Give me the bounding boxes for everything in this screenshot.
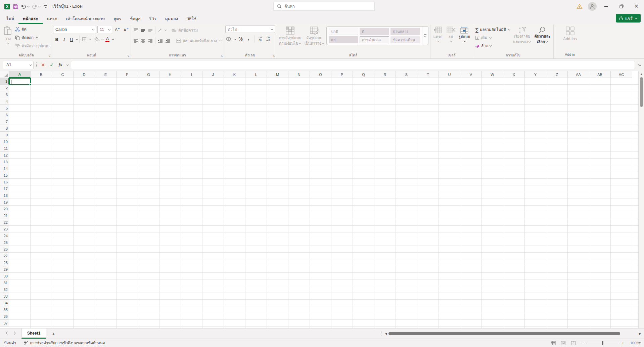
column-header[interactable]: V	[460, 71, 482, 78]
cancel-button[interactable]: ✕	[40, 61, 46, 69]
column-header[interactable]: M	[267, 71, 288, 78]
row-header[interactable]: 19	[0, 199, 9, 206]
ribbon-tab[interactable]: ไฟล์	[2, 13, 18, 24]
sort-filter-button[interactable]: AZ เรียงลำดับ และกรอง	[511, 25, 533, 45]
align-center-icon[interactable]	[139, 37, 147, 45]
row-header[interactable]: 33	[0, 293, 9, 300]
column-header[interactable]: AB	[589, 71, 611, 78]
horizontal-scroll-track[interactable]	[388, 332, 638, 336]
wrap-text-button[interactable]: ab ตัดข้อความ	[170, 26, 199, 34]
column-header[interactable]: C	[52, 71, 74, 78]
fill-button[interactable]: เติม	[474, 34, 511, 42]
copy-button[interactable]: คัดลอก	[14, 33, 51, 42]
enter-button[interactable]: ✓	[48, 61, 55, 69]
ribbon-tab[interactable]: หน้าแรก	[18, 13, 43, 24]
next-sheet-button[interactable]	[13, 331, 16, 336]
align-top-icon[interactable]	[132, 26, 139, 34]
merge-center-button[interactable]: ผสานและจัดกึ่งกลาง	[175, 36, 223, 45]
name-box[interactable]: A1	[3, 61, 34, 69]
increase-indent-icon[interactable]	[164, 37, 171, 45]
italic-button[interactable]: I	[60, 35, 68, 43]
borders-chevron[interactable]	[89, 38, 91, 40]
bold-button[interactable]: B	[53, 35, 60, 43]
formula-bar-splitter[interactable]	[36, 62, 38, 67]
row-header[interactable]: 3	[0, 91, 9, 98]
close-button[interactable]: ✕	[629, 0, 644, 13]
decrease-indent-icon[interactable]	[156, 37, 164, 45]
orientation-button[interactable]	[156, 26, 164, 34]
scroll-up-arrow[interactable]: ▲	[640, 72, 643, 76]
row-header[interactable]: 17	[0, 185, 9, 192]
tabbar-splitter[interactable]	[381, 331, 381, 336]
row-header[interactable]: 20	[0, 206, 9, 212]
scroll-left-arrow[interactable]: ◀	[385, 332, 387, 335]
clear-button[interactable]: ล้าง	[474, 42, 511, 50]
row-header[interactable]: 35	[0, 306, 9, 313]
row-header[interactable]: 30	[0, 273, 9, 279]
redo-chevron[interactable]	[38, 5, 41, 7]
status-mode[interactable]: ป้อนค่า	[4, 340, 24, 346]
increase-font-size-button[interactable]: A	[113, 26, 121, 34]
row-header[interactable]: 1	[0, 78, 9, 85]
row-header[interactable]: 4	[0, 98, 9, 105]
row-header[interactable]: 5	[0, 105, 9, 112]
fill-color-chevron[interactable]	[101, 38, 104, 40]
format-as-table-button[interactable]: จัดรูปแบบ เป็นตาราง	[303, 25, 326, 46]
expand-formula-bar-chevron[interactable]	[638, 63, 641, 66]
restore-button[interactable]	[614, 0, 629, 13]
cell-style-chip[interactable]: แย่	[329, 36, 358, 43]
column-header[interactable]: H	[159, 71, 181, 78]
row-header[interactable]: 13	[0, 159, 9, 165]
accounting-format-icon[interactable]	[225, 35, 233, 43]
column-header[interactable]: W	[482, 71, 503, 78]
row-header[interactable]: 11	[0, 145, 9, 152]
row-header[interactable]: 9	[0, 132, 9, 138]
row-header[interactable]: 31	[0, 279, 9, 286]
row-header[interactable]: 15	[0, 172, 9, 179]
row-header[interactable]: 7	[0, 118, 9, 125]
cell-style-chip[interactable]: ปานกลาง	[390, 28, 420, 35]
page-break-view-button[interactable]	[571, 341, 576, 345]
format-painter-button[interactable]: ตัวคัดวางรูปแบบ	[14, 42, 51, 50]
ribbon-tab[interactable]: แทรก	[43, 13, 62, 24]
comma-style-button[interactable]: ,	[245, 35, 252, 43]
accessibility-status[interactable]: การช่วยสำหรับการเข้าถึง: ตรงตามข้อกำหนด	[24, 340, 105, 346]
select-all-corner[interactable]	[0, 71, 9, 78]
cell-style-chip[interactable]: ข้อความเตือน	[390, 36, 420, 43]
column-header[interactable]: B	[31, 71, 52, 78]
find-select-button[interactable]: ค้นหาและ เลือก	[533, 25, 552, 45]
account-avatar[interactable]	[586, 0, 599, 13]
underline-button[interactable]: U	[68, 35, 75, 43]
formula-input-box[interactable]	[71, 61, 635, 69]
row-header[interactable]: 21	[0, 212, 9, 219]
row-header[interactable]: 23	[0, 226, 9, 232]
customize-qat-icon[interactable]	[44, 5, 47, 7]
column-header[interactable]: D	[74, 71, 95, 78]
row-header[interactable]: 24	[0, 232, 9, 239]
ribbon-tab[interactable]: รีวิว	[145, 13, 161, 24]
column-header[interactable]: AC	[611, 71, 632, 78]
zoom-in-button[interactable]: +	[622, 341, 624, 346]
row-header[interactable]: 28	[0, 259, 9, 266]
ribbon-tab[interactable]: เค้าโครงหน้ากระดาษ	[62, 13, 109, 24]
font-color-button[interactable]: A	[104, 35, 111, 43]
autosum-button[interactable]: ∑ ผลรวมอัตโนมัติ	[474, 26, 511, 34]
row-header[interactable]: 8	[0, 125, 9, 132]
row-header[interactable]: 36	[0, 313, 9, 320]
align-bottom-icon[interactable]	[147, 26, 154, 34]
row-header[interactable]: 37	[0, 320, 9, 327]
column-header[interactable]: E	[95, 71, 117, 78]
borders-button[interactable]	[81, 35, 88, 43]
row-header[interactable]: 2	[0, 85, 9, 91]
font-color-chevron[interactable]	[112, 38, 114, 40]
clipboard-dialog-launcher[interactable]: ↘	[48, 54, 51, 57]
column-header[interactable]: X	[503, 71, 525, 78]
column-header[interactable]: I	[181, 71, 202, 78]
number-dialog-launcher[interactable]: ↘	[272, 54, 275, 57]
undo-chevron[interactable]	[27, 5, 30, 7]
ribbon-tab[interactable]: มุมมอง	[160, 13, 182, 24]
zoom-slider[interactable]	[586, 343, 618, 343]
orientation-chevron[interactable]	[165, 29, 167, 31]
insert-cells-button[interactable]: แทรก	[431, 25, 444, 43]
row-header[interactable]: 26	[0, 246, 9, 253]
